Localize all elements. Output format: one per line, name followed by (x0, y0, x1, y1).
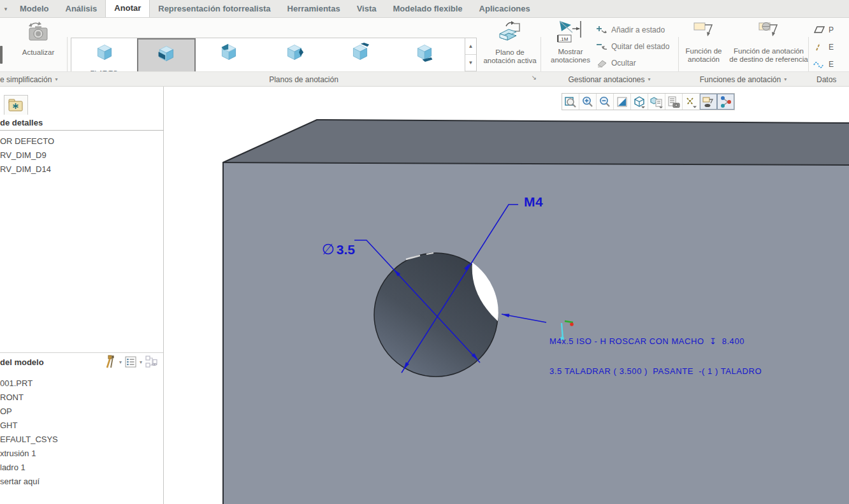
mostrar-anotaciones-button[interactable]: .1M Mostrar anotaciones (543, 20, 598, 69)
model-3d-view[interactable] (164, 87, 849, 504)
group-label-funciones-de-anotacion[interactable]: Funciones de anotación▾ (679, 72, 808, 87)
group-label-simplificacion[interactable]: e simplificación▾ (0, 72, 66, 87)
gallery-scroll-up-button[interactable]: ▲ (465, 38, 476, 55)
thread-dimension-label[interactable]: M4 (524, 194, 543, 210)
tab-anotar[interactable]: Anotar (105, 0, 150, 17)
dialog-launcher-icon[interactable]: ↘ (532, 75, 537, 81)
chevron-down-icon[interactable]: ▾ (140, 359, 142, 365)
model-tree-item[interactable]: xtrusión 1 (0, 447, 58, 461)
detail-tree-item[interactable]: RV_DIM_D9 (0, 148, 54, 162)
chevron-down-icon[interactable]: ▾ (119, 359, 122, 365)
datum-button-stack: P E E (813, 21, 849, 73)
repaint-button[interactable] (614, 94, 631, 110)
group-label-planos-de-anotacion: Planos de anotación ↘ (68, 72, 540, 87)
group-label-gestionar-anotaciones[interactable]: Gestionar anotaciones▾ (541, 72, 678, 87)
datum-display-button[interactable] (683, 94, 700, 110)
zoom-refit-button[interactable] (562, 94, 579, 110)
tree-filter-list-icon[interactable] (125, 356, 136, 368)
ribbon-group-labels: e simplificación▾ Planos de anotación ↘ … (0, 71, 849, 87)
tree-tools-icon[interactable] (103, 355, 116, 369)
model-tree-item[interactable]: ladro 1 (0, 461, 58, 475)
sketch-curve-icon (813, 60, 825, 68)
diameter-symbol: ∅ (322, 241, 335, 257)
model-tree-item[interactable]: GHT (0, 419, 58, 433)
svg-text:.1M: .1M (560, 36, 569, 42)
saved-views-button[interactable] (648, 94, 665, 110)
hole-diameter-dimension[interactable]: ∅3.5 (305, 229, 355, 270)
reference-target-annotation-icon (758, 20, 780, 43)
detail-tree-list: OR DEFECTO RV_DIM_D9 RV_DIM_D14 (0, 134, 54, 176)
cube-right-icon (284, 43, 305, 62)
anadir-a-estado-button[interactable]: Añadir a estado (597, 22, 677, 38)
plano-anotacion-activa-button[interactable]: Plano de anotación activa (479, 20, 541, 69)
tab-modelo[interactable]: Modelo (11, 0, 57, 17)
zoom-out-button[interactable] (597, 94, 614, 110)
cube-flat-icon (94, 43, 115, 62)
tab-analisis[interactable]: Análisis (57, 0, 106, 17)
saved-views-icon (650, 96, 663, 108)
display-style-button[interactable] (631, 94, 648, 110)
zoom-in-button[interactable] (579, 94, 597, 110)
graphics-toolbar (562, 93, 735, 110)
spin-center-toggle[interactable] (717, 94, 734, 110)
datum-plane-icon (813, 25, 825, 34)
remove-from-state-icon (597, 42, 607, 51)
funcion-de-anotacion-button[interactable]: Función de anotación (679, 20, 728, 70)
model-tree-item[interactable]: EFAULT_CSYS (0, 433, 58, 447)
quitar-del-estado-button[interactable]: Quitar del estado (597, 38, 677, 55)
gallery-scroll-down-button[interactable]: ▼ (465, 55, 476, 71)
tab-aplicaciones[interactable]: Aplicaciones (471, 0, 539, 17)
graphics-area[interactable]: M4 ∅3.5 M4x.5 ISO - H ROSCAR CON MACHO ↧… (164, 87, 849, 504)
state-button-stack: Añadir a estado Quitar del estado Oculta… (597, 22, 677, 71)
tree-display-icon[interactable] (145, 356, 158, 368)
detail-tree-item[interactable]: OR DEFECTO (0, 134, 54, 148)
detail-tree-header: de detalles (0, 115, 164, 131)
zoom-in-icon (581, 96, 594, 108)
display-style-icon (633, 96, 646, 108)
tab-representacion[interactable]: Representación fotorrealista (150, 0, 279, 17)
repaint-icon (616, 96, 628, 108)
active-annotation-plane-icon (497, 20, 523, 45)
actualizar-button[interactable]: Actualizar (11, 20, 65, 69)
zoom-refit-icon (564, 96, 577, 108)
hole-note-annotation[interactable]: M4x.5 ISO - H ROSCAR CON MACHO ↧ 8.400 3… (549, 317, 762, 396)
annotation-feature-icon (693, 20, 715, 43)
model-tree-toolbar: ▾ ▾ (103, 355, 158, 369)
detail-tree-item[interactable]: RV_DIM_D14 (0, 162, 54, 176)
tab-vista[interactable]: Vista (349, 0, 385, 17)
block-top-face (223, 120, 849, 165)
view-manager-icon (667, 96, 680, 108)
funcion-anotacion-destino-referencia-button[interactable]: Función de anotación de destino de refer… (728, 20, 809, 70)
detail-tree-tab[interactable] (4, 95, 28, 115)
datum-axis-icon (813, 43, 825, 51)
model-tree-item[interactable]: sertar aquí (0, 475, 58, 489)
ocultar-button[interactable]: Ocultar (597, 55, 677, 71)
show-annotations-icon: .1M (557, 20, 584, 45)
model-tree-item[interactable]: OP (0, 405, 58, 419)
tab-modelado-flexible[interactable]: Modelado flexible (384, 0, 470, 17)
datum-curve-button[interactable]: E (813, 55, 849, 73)
navigator-panel: de detalles OR DEFECTO RV_DIM_D9 RV_DIM_… (0, 87, 164, 504)
group-label-datos[interactable]: Datos (809, 72, 849, 87)
datum-plane-button[interactable]: P (813, 21, 849, 38)
view-manager-button[interactable] (665, 94, 683, 110)
eraser-icon (597, 59, 607, 68)
cube-front-icon (156, 44, 177, 63)
cube-back-icon (350, 43, 370, 62)
cube-bottom-icon (414, 43, 435, 62)
tab-herramientas[interactable]: Herramientas (279, 0, 349, 17)
clipped-button-icon (0, 46, 3, 64)
model-tree-list: 001.PRT RONT OP GHT EFAULT_CSYS xtrusión… (0, 377, 58, 489)
hole-note-line1: M4x.5 ISO - H ROSCAR CON MACHO ↧ 8.400 (549, 336, 762, 347)
cube-top-icon (219, 43, 239, 62)
chevron-down-icon[interactable]: ▾ (0, 6, 11, 17)
datum-axis-button[interactable]: E (813, 38, 849, 55)
model-tree-item[interactable]: RONT (0, 391, 58, 405)
annotation-display-icon (702, 96, 715, 108)
datum-display-icon (685, 96, 697, 108)
zoom-out-icon (599, 96, 611, 108)
model-tree-item[interactable]: 001.PRT (0, 377, 58, 391)
add-to-state-icon (597, 25, 607, 34)
annotation-display-toggle[interactable] (700, 94, 717, 110)
hole-note-line2: 3.5 TALADRAR ( 3.500 ) PASANTE -( 1 ) TA… (549, 366, 762, 377)
